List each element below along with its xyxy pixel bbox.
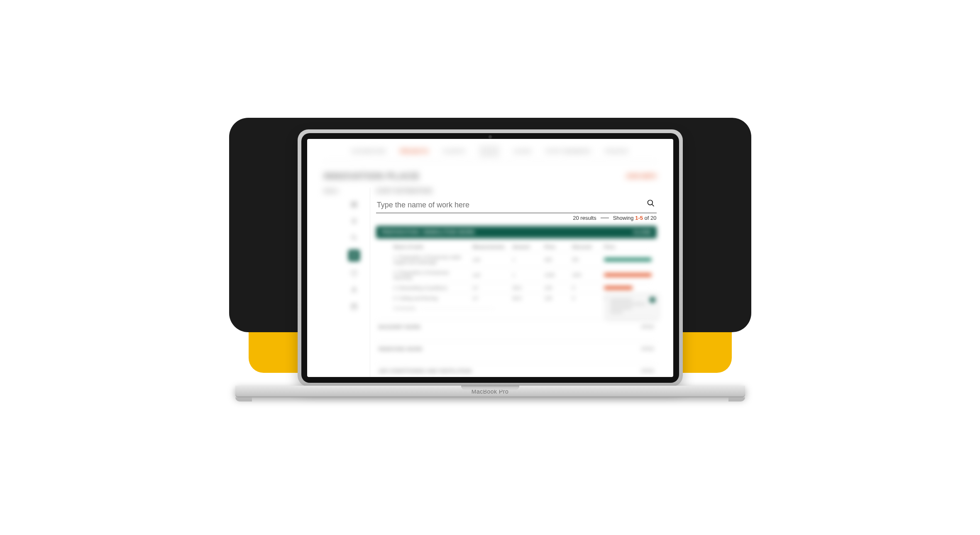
section-removing[interactable]: REMOVING WORK Open — [376, 342, 657, 356]
svg-line-19 — [652, 204, 654, 207]
col-discount: Discount — [572, 244, 600, 249]
nav-finance[interactable]: FINANCE — [605, 148, 628, 154]
nav-staff[interactable]: STAFF MEMBERS — [545, 148, 591, 154]
svg-rect-3 — [354, 205, 357, 207]
svg-rect-2 — [351, 205, 353, 207]
divider-icon — [601, 218, 609, 218]
svg-rect-14 — [352, 304, 357, 309]
sidebar — [347, 187, 362, 377]
menu-label: MENU — [324, 188, 338, 377]
popover-line — [610, 307, 632, 309]
nav-clients[interactable]: CLIENTS — [442, 148, 465, 154]
svg-point-7 — [352, 235, 355, 239]
svg-rect-1 — [354, 202, 357, 204]
showing-range: 1-5 — [635, 215, 643, 221]
group-close[interactable]: Close — [633, 229, 652, 235]
search-input[interactable] — [376, 198, 657, 213]
popover-line — [610, 311, 623, 314]
results-bar: 20 results Showing 1-5 of 20 — [376, 215, 657, 221]
table-row: 1. Preparation of temporary water supply… — [393, 252, 652, 267]
progress-bar[interactable] — [604, 258, 651, 261]
camera-dot — [489, 136, 491, 138]
dashboard-icon[interactable] — [349, 200, 359, 209]
table-row: 2. Preparation of temporary electricity … — [393, 267, 652, 282]
progress-bar[interactable] — [604, 286, 633, 289]
svg-rect-0 — [351, 202, 353, 204]
progress-bar[interactable] — [604, 273, 651, 277]
col-final: Price — [604, 244, 651, 249]
laptop-deck: MacBook Pro — [235, 386, 745, 397]
hinge-notch — [461, 386, 519, 390]
showing-suffix: of 20 — [645, 215, 657, 221]
shield-icon[interactable] — [349, 269, 359, 278]
section-masonry[interactable]: MASONRY WORK Open — [376, 320, 657, 334]
comments-label[interactable]: Comments — [393, 306, 415, 311]
search-wrap — [376, 198, 657, 213]
svg-point-13 — [353, 287, 355, 290]
nav-leads[interactable]: LEADS — [513, 148, 531, 154]
col-name: Name of work — [393, 244, 469, 249]
nav-projects[interactable]: PROJECTS — [400, 148, 429, 154]
section-ac-ventilation[interactable]: AIR CONDITIONING AND VENTILATION Open — [376, 364, 657, 377]
col-meas: Measurements — [473, 244, 508, 249]
top-nav: DASHBOARD PROJECTS CLIENTS LEADS STAFF M… — [324, 144, 657, 162]
col-amount: Amount — [513, 244, 540, 249]
col-price: Price — [544, 244, 568, 249]
page-title: INNOVATION PLACE — [324, 171, 420, 182]
logo — [479, 146, 499, 157]
divider-icon — [420, 308, 494, 309]
status-dot-icon — [650, 297, 655, 303]
table-row: 3. Dismantling of partitions m² 39.0 120… — [393, 282, 652, 293]
app-root: DASHBOARD PROJECTS CLIENTS LEADS STAFF M… — [307, 139, 673, 377]
list-icon[interactable] — [349, 216, 359, 226]
row-popover — [605, 293, 659, 319]
section-title: COST ESTIMATION — [376, 187, 657, 194]
laptop-frame: DASHBOARD PROJECTS CLIENTS LEADS STAFF M… — [235, 129, 745, 409]
screen: DASHBOARD PROJECTS CLIENTS LEADS STAFF M… — [307, 139, 673, 377]
group-title: PREPARATION / DEMOLITION WORK — [381, 229, 475, 235]
calendar-icon[interactable] — [349, 302, 359, 311]
user-icon[interactable] — [349, 285, 359, 294]
page-user-link[interactable]: JOHN SMITH — [626, 173, 656, 179]
showing-prefix: Showing — [613, 215, 634, 221]
group-header[interactable]: PREPARATION / DEMOLITION WORK Close — [376, 226, 657, 238]
search-icon[interactable] — [647, 199, 655, 207]
search-sidebar-icon[interactable] — [349, 233, 359, 242]
svg-point-18 — [648, 200, 653, 205]
svg-line-8 — [355, 238, 357, 240]
popover-title — [610, 299, 632, 301]
popover-line — [610, 303, 645, 305]
nav-dashboard[interactable]: DASHBOARD — [352, 148, 386, 154]
results-count: 20 results — [573, 215, 596, 221]
document-icon[interactable] — [348, 250, 360, 261]
